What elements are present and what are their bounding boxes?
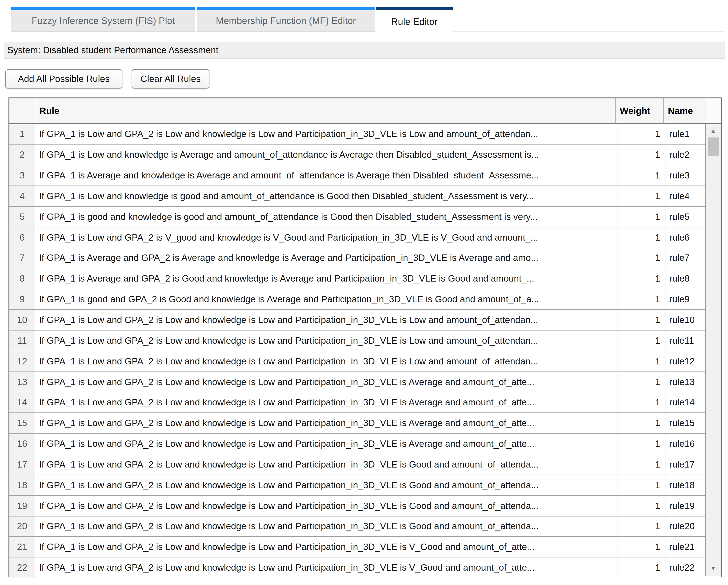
table-row[interactable]: 7 If GPA_1 is Average and GPA_2 is Avera… bbox=[9, 248, 721, 269]
rule-text-cell[interactable]: If GPA_1 is good and GPA_2 is Good and k… bbox=[35, 289, 617, 310]
weight-cell[interactable]: 1 bbox=[617, 495, 666, 516]
rule-text-cell[interactable]: If GPA_1 is good and knowledge is good a… bbox=[35, 207, 617, 227]
weight-cell[interactable]: 1 bbox=[617, 269, 666, 289]
tab-mf-editor[interactable]: Membership Function (MF) Editor bbox=[197, 7, 374, 31]
weight-cell[interactable]: 1 bbox=[617, 165, 666, 186]
rule-text-cell[interactable]: If GPA_1 is Low and knowledge is Average… bbox=[35, 145, 617, 166]
rule-text-cell[interactable]: If GPA_1 is Low and GPA_2 is Low and kno… bbox=[35, 331, 617, 351]
weight-cell[interactable]: 1 bbox=[617, 454, 666, 475]
table-row[interactable]: 9 If GPA_1 is good and GPA_2 is Good and… bbox=[9, 289, 721, 310]
weight-cell[interactable]: 1 bbox=[617, 516, 666, 537]
name-cell[interactable]: rule16 bbox=[666, 434, 707, 454]
weight-cell[interactable]: 1 bbox=[617, 434, 666, 454]
rule-text-cell[interactable]: If GPA_1 is Low and GPA_2 is Low and kno… bbox=[35, 372, 617, 392]
weight-cell[interactable]: 1 bbox=[617, 372, 666, 392]
name-cell[interactable]: rule10 bbox=[666, 310, 707, 331]
table-row[interactable]: 22 If GPA_1 is Low and GPA_2 is Low and … bbox=[9, 557, 721, 578]
name-cell[interactable]: rule20 bbox=[666, 516, 707, 537]
name-cell[interactable]: rule2 bbox=[666, 145, 707, 166]
table-row[interactable]: 21 If GPA_1 is Low and GPA_2 is Low and … bbox=[9, 537, 721, 558]
rule-text-cell[interactable]: If GPA_1 is Low and GPA_2 is Low and kno… bbox=[35, 351, 617, 372]
name-cell[interactable]: rule14 bbox=[666, 392, 707, 413]
weight-cell[interactable]: 1 bbox=[617, 557, 666, 578]
name-cell[interactable]: rule4 bbox=[666, 186, 707, 207]
weight-cell[interactable]: 1 bbox=[617, 248, 666, 269]
clear-all-rules-button[interactable]: Clear All Rules bbox=[132, 69, 209, 88]
tab-rule-editor[interactable]: Rule Editor bbox=[376, 7, 453, 33]
rule-text-cell[interactable]: If GPA_1 is Low and GPA_2 is Low and kno… bbox=[35, 475, 617, 496]
table-row[interactable]: 11 If GPA_1 is Low and GPA_2 is Low and … bbox=[9, 331, 721, 351]
table-row[interactable]: 8 If GPA_1 is Average and GPA_2 is Good … bbox=[9, 269, 721, 289]
name-cell[interactable]: rule5 bbox=[666, 207, 707, 227]
rule-text-cell[interactable]: If GPA_1 is Average and knowledge is Ave… bbox=[35, 165, 617, 186]
rule-text-cell[interactable]: If GPA_1 is Low and knowledge is good an… bbox=[35, 186, 617, 207]
add-all-rules-button[interactable]: Add All Possible Rules bbox=[5, 69, 122, 88]
name-cell[interactable]: rule19 bbox=[666, 495, 707, 516]
weight-cell[interactable]: 1 bbox=[617, 289, 666, 310]
rule-text-cell[interactable]: If GPA_1 is Low and GPA_2 is Low and kno… bbox=[35, 413, 617, 434]
row-index-cell: 5 bbox=[9, 207, 35, 227]
name-cell[interactable]: rule15 bbox=[666, 413, 707, 434]
rule-text-cell[interactable]: If GPA_1 is Low and GPA_2 is V_good and … bbox=[35, 227, 617, 248]
vertical-scrollbar[interactable]: ▲ ▼ bbox=[705, 124, 721, 576]
rule-text-cell[interactable]: If GPA_1 is Low and GPA_2 is Low and kno… bbox=[35, 454, 617, 475]
table-row[interactable]: 16 If GPA_1 is Low and GPA_2 is Low and … bbox=[9, 434, 721, 454]
name-cell[interactable]: rule17 bbox=[666, 454, 707, 475]
table-row[interactable]: 2 If GPA_1 is Low and knowledge is Avera… bbox=[9, 145, 721, 166]
rule-text-cell[interactable]: If GPA_1 is Low and GPA_2 is Low and kno… bbox=[35, 392, 617, 413]
rule-text-cell[interactable]: If GPA_1 is Average and GPA_2 is Good an… bbox=[35, 269, 617, 289]
name-cell[interactable]: rule6 bbox=[666, 227, 707, 248]
name-cell[interactable]: rule13 bbox=[666, 372, 707, 392]
weight-cell[interactable]: 1 bbox=[617, 145, 666, 166]
scroll-down-icon[interactable]: ▼ bbox=[706, 562, 721, 574]
rule-text-cell[interactable]: If GPA_1 is Low and GPA_2 is Low and kno… bbox=[35, 557, 617, 578]
name-cell[interactable]: rule8 bbox=[666, 269, 707, 289]
table-row[interactable]: 15 If GPA_1 is Low and GPA_2 is Low and … bbox=[9, 413, 721, 434]
name-cell[interactable]: rule1 bbox=[666, 124, 707, 145]
table-row[interactable]: 5 If GPA_1 is good and knowledge is good… bbox=[9, 207, 721, 227]
table-row[interactable]: 19 If GPA_1 is Low and GPA_2 is Low and … bbox=[9, 495, 721, 516]
name-cell[interactable]: rule7 bbox=[666, 248, 707, 269]
scroll-up-icon[interactable]: ▲ bbox=[706, 125, 721, 136]
rule-text-cell[interactable]: If GPA_1 is Low and GPA_2 is Low and kno… bbox=[35, 434, 617, 454]
name-cell[interactable]: rule22 bbox=[666, 557, 707, 578]
rule-text-cell[interactable]: If GPA_1 is Low and GPA_2 is Low and kno… bbox=[35, 516, 617, 537]
weight-cell[interactable]: 1 bbox=[617, 124, 666, 145]
weight-cell[interactable]: 1 bbox=[617, 186, 666, 207]
weight-cell[interactable]: 1 bbox=[617, 207, 666, 227]
table-row[interactable]: 20 If GPA_1 is Low and GPA_2 is Low and … bbox=[9, 516, 721, 537]
weight-cell[interactable]: 1 bbox=[617, 537, 666, 558]
table-row[interactable]: 1 If GPA_1 is Low and GPA_2 is Low and k… bbox=[9, 124, 721, 145]
weight-cell[interactable]: 1 bbox=[617, 227, 666, 248]
table-row[interactable]: 3 If GPA_1 is Average and knowledge is A… bbox=[9, 165, 721, 186]
name-cell[interactable]: rule9 bbox=[666, 289, 707, 310]
table-row[interactable]: 12 If GPA_1 is Low and GPA_2 is Low and … bbox=[9, 351, 721, 372]
table-row[interactable]: 6 If GPA_1 is Low and GPA_2 is V_good an… bbox=[9, 227, 721, 248]
name-cell[interactable]: rule11 bbox=[666, 331, 707, 351]
weight-cell[interactable]: 1 bbox=[617, 392, 666, 413]
table-row[interactable]: 17 If GPA_1 is Low and GPA_2 is Low and … bbox=[9, 454, 721, 475]
row-index-cell: 17 bbox=[9, 454, 35, 475]
name-cell[interactable]: rule21 bbox=[666, 537, 707, 558]
rule-text-cell[interactable]: If GPA_1 is Low and GPA_2 is Low and kno… bbox=[35, 310, 617, 331]
weight-cell[interactable]: 1 bbox=[617, 331, 666, 351]
rule-text-cell[interactable]: If GPA_1 is Low and GPA_2 is Low and kno… bbox=[35, 537, 617, 558]
weight-cell[interactable]: 1 bbox=[617, 475, 666, 496]
rule-text-cell[interactable]: If GPA_1 is Average and GPA_2 is Average… bbox=[35, 248, 617, 269]
table-row[interactable]: 10 If GPA_1 is Low and GPA_2 is Low and … bbox=[9, 310, 721, 331]
name-cell[interactable]: rule3 bbox=[666, 165, 707, 186]
rule-text-cell[interactable]: If GPA_1 is Low and GPA_2 is Low and kno… bbox=[35, 124, 617, 145]
weight-cell[interactable]: 1 bbox=[617, 413, 666, 434]
table-row[interactable]: 4 If GPA_1 is Low and knowledge is good … bbox=[9, 186, 721, 207]
table-row[interactable]: 13 If GPA_1 is Low and GPA_2 is Low and … bbox=[9, 372, 721, 392]
name-cell[interactable]: rule12 bbox=[666, 351, 707, 372]
table-row[interactable]: 14 If GPA_1 is Low and GPA_2 is Low and … bbox=[9, 392, 721, 413]
row-index-cell: 19 bbox=[9, 495, 35, 516]
name-cell[interactable]: rule18 bbox=[666, 475, 707, 496]
tab-fis-plot[interactable]: Fuzzy Inference System (FIS) Plot bbox=[11, 7, 195, 31]
table-row[interactable]: 18 If GPA_1 is Low and GPA_2 is Low and … bbox=[9, 475, 721, 496]
rule-text-cell[interactable]: If GPA_1 is Low and GPA_2 is Low and kno… bbox=[35, 495, 617, 516]
weight-cell[interactable]: 1 bbox=[617, 310, 666, 331]
scroll-thumb[interactable] bbox=[707, 137, 719, 156]
weight-cell[interactable]: 1 bbox=[617, 351, 666, 372]
